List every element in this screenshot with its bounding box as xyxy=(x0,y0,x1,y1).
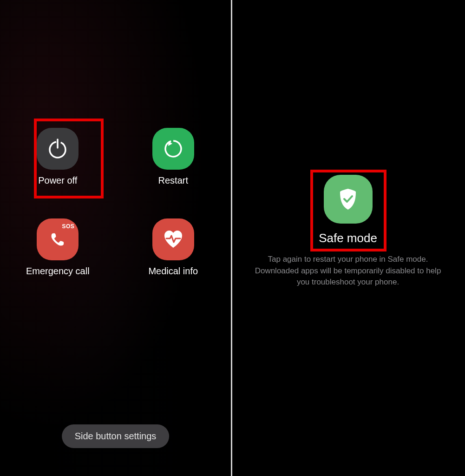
medical-info-label: Medical info xyxy=(148,266,198,277)
safe-mode-description: Tap again to restart your phone in Safe … xyxy=(248,254,448,288)
restart-label: Restart xyxy=(158,175,188,186)
power-icon xyxy=(37,128,79,170)
power-off-label: Power off xyxy=(38,175,77,186)
panel-divider xyxy=(231,0,232,476)
power-menu-screen: Power off Restart SOS Emergency call xyxy=(0,0,231,476)
side-button-settings-button[interactable]: Side button settings xyxy=(62,424,170,448)
sos-badge: SOS xyxy=(62,223,74,230)
emergency-call-button[interactable]: SOS Emergency call xyxy=(26,218,90,277)
safe-mode-title: Safe mode xyxy=(319,231,377,245)
medical-info-button[interactable]: Medical info xyxy=(148,218,198,277)
power-off-button[interactable]: Power off xyxy=(37,128,79,186)
shield-check-icon xyxy=(324,175,373,224)
safe-mode-button[interactable]: Safe mode xyxy=(319,175,377,245)
heart-pulse-icon xyxy=(152,218,194,260)
safe-mode-screen: Safe mode Tap again to restart your phon… xyxy=(231,0,465,476)
safe-mode-container: Safe mode Tap again to restart your phon… xyxy=(231,175,465,288)
restart-button[interactable]: Restart xyxy=(152,128,194,186)
restart-icon xyxy=(152,128,194,170)
svg-point-2 xyxy=(163,138,184,159)
emergency-call-label: Emergency call xyxy=(26,266,90,277)
power-options-grid: Power off Restart SOS Emergency call xyxy=(0,128,231,277)
phone-sos-icon: SOS xyxy=(37,218,79,260)
side-button-settings-label: Side button settings xyxy=(75,431,157,441)
